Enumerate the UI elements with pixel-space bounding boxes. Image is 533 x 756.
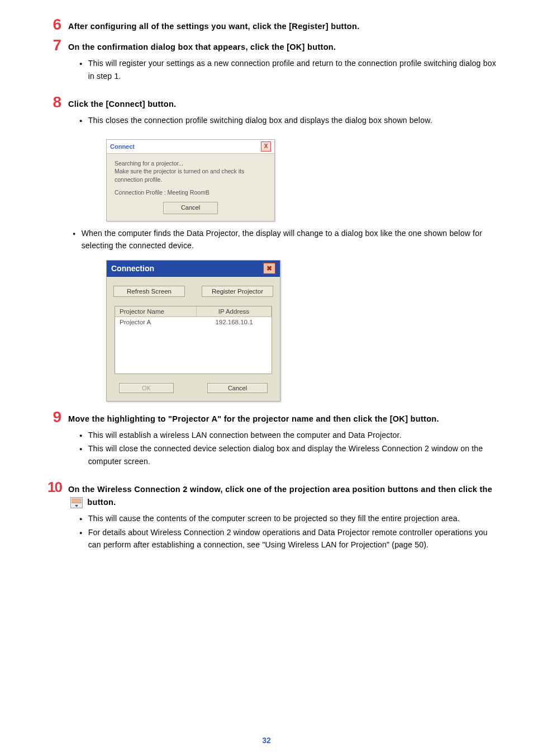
title-part-b: button.: [87, 498, 116, 507]
cell-projector-name: Projector A: [115, 317, 197, 327]
bullet-text: This will cause the contents of the comp…: [68, 512, 499, 525]
register-projector-button[interactable]: Register Projector: [202, 286, 273, 297]
bullet-text: For details about Wireless Connection 2 …: [68, 526, 499, 551]
refresh-button[interactable]: Refresh Screen: [113, 286, 185, 297]
bullet-text: This will register your settings as a ne…: [68, 57, 499, 82]
profile-line: Connection Profile : Meeting RoomB: [115, 188, 266, 197]
step-body: After configuring all of the settings yo…: [68, 17, 499, 33]
close-icon[interactable]: [263, 263, 275, 274]
table-header: Projector Name IP Address: [115, 306, 272, 317]
step-title: On the Wireless Connection 2 window, cli…: [68, 480, 499, 509]
step-number: 10: [34, 480, 68, 494]
step-number: 7: [34, 37, 68, 53]
projection-full-icon: [70, 497, 83, 508]
dialog-body: Refresh Screen Register Projector Projec…: [107, 277, 280, 401]
step-number: 8: [34, 94, 68, 110]
cancel-button[interactable]: Cancel: [163, 202, 218, 214]
step-body: Move the highlighting to "Projector A" f…: [68, 409, 499, 475]
step-number: 9: [34, 409, 68, 425]
status-line: Make sure the projector is turned on and…: [115, 167, 266, 183]
dialog-titlebar: Connection: [107, 261, 280, 277]
projector-table: Projector Name IP Address Projector A 19…: [115, 306, 272, 374]
dialog-body: Searching for a projector... Make sure t…: [107, 154, 274, 221]
step-number: 6: [34, 17, 68, 32]
dialog-title: Connect: [110, 143, 135, 150]
step-6: 6 After configuring all of the settings …: [34, 17, 499, 33]
ok-button[interactable]: OK: [119, 383, 174, 393]
table-row[interactable]: Projector A 192.168.10.1: [115, 317, 272, 327]
step-title: Move the highlighting to "Projector A" f…: [68, 409, 499, 426]
step-7: 7 On the confirmation dialog box that ap…: [34, 37, 499, 90]
connect-dialog: Connect X Searching for a projector... M…: [106, 139, 275, 221]
cell-ip-address: 192.168.10.1: [197, 317, 272, 327]
dialog-titlebar: Connect X: [107, 140, 274, 154]
step-9: 9 Move the highlighting to "Projector A"…: [34, 409, 499, 475]
step-8: 8 Click the [Connect] button. This close…: [34, 94, 499, 135]
col-projector-name: Projector Name: [115, 306, 197, 316]
step-title: After configuring all of the settings yo…: [68, 17, 499, 33]
bullet-text: This closes the connection profile switc…: [68, 114, 499, 126]
bullet-text: This will close the connected device sel…: [68, 442, 499, 467]
page-number: 32: [0, 736, 533, 745]
close-icon[interactable]: X: [261, 141, 271, 152]
bullet-text: When the computer finds the Data Project…: [61, 227, 499, 252]
cancel-button[interactable]: Cancel: [207, 383, 268, 393]
step-title: Click the [Connect] button.: [68, 94, 499, 111]
step-title: On the confirmation dialog box that appe…: [68, 37, 499, 54]
connection-dialog: Connection Refresh Screen Register Proje…: [106, 260, 280, 401]
title-part-a: On the Wireless Connection 2 window, cli…: [68, 485, 492, 494]
dialog-title: Connection: [111, 264, 154, 273]
status-line: Searching for a projector...: [115, 159, 266, 168]
step-10: 10 On the Wireless Connection 2 window, …: [34, 480, 499, 559]
step-body: On the confirmation dialog box that appe…: [68, 37, 499, 90]
col-ip-address: IP Address: [197, 306, 272, 316]
step-body: On the Wireless Connection 2 window, cli…: [68, 480, 499, 559]
step-body: Click the [Connect] button. This closes …: [68, 94, 499, 135]
bullet-text: This will establish a wireless LAN conne…: [68, 429, 499, 441]
